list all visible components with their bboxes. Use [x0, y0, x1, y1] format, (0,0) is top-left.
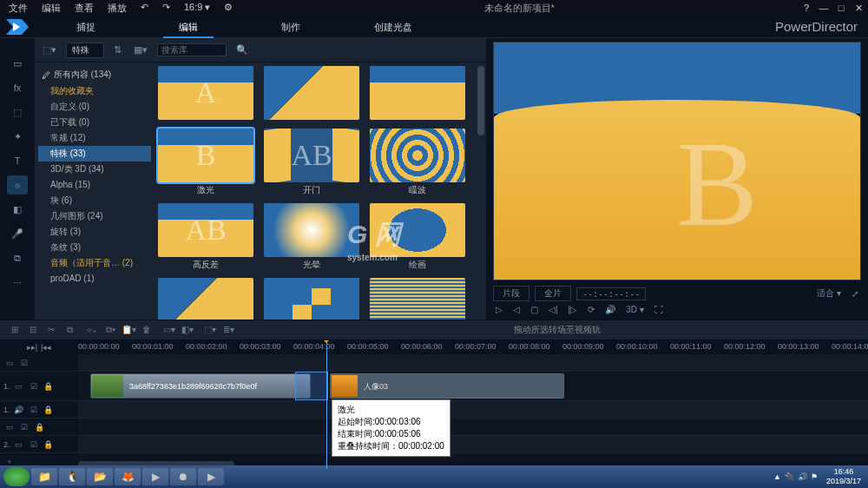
track-toggle-icon[interactable]: ☑ — [18, 421, 30, 433]
transition-thumb[interactable]: 光晕 — [264, 203, 359, 274]
tray-icon[interactable]: 🔌 — [785, 472, 794, 481]
tl-tool[interactable]: ◧▾ — [180, 323, 195, 337]
transition-thumb[interactable]: B激光 — [158, 129, 253, 200]
taskbar-app[interactable]: ▶ — [198, 468, 224, 485]
tab-edit[interactable]: 编辑 — [137, 16, 240, 38]
track-lane[interactable] — [78, 354, 868, 371]
next-marker-icon[interactable]: ▸▸| — [27, 343, 37, 352]
search-input[interactable] — [157, 43, 227, 56]
tray-icon[interactable]: 🔊 — [798, 472, 807, 481]
taskbar-app[interactable]: 📁 — [31, 468, 57, 485]
category-item[interactable]: 自定义 (0) — [38, 99, 151, 115]
playback-btn-6[interactable]: 🔊 — [602, 305, 618, 314]
tray-icon[interactable]: ⚑ — [811, 472, 818, 481]
track-toggle-icon[interactable]: ☑ — [18, 357, 30, 369]
menu-view[interactable]: 查看 — [69, 2, 99, 15]
clock[interactable]: 16:46 2019/3/17 — [823, 467, 865, 486]
category-item[interactable]: proDAD (1) — [38, 271, 151, 287]
tl-tool[interactable]: 📋▾ — [121, 323, 136, 337]
playback-btn-4[interactable]: |▷ — [566, 305, 581, 314]
category-item[interactable]: 几何图形 (24) — [38, 208, 151, 224]
category-item[interactable]: 已下载 (0) — [38, 115, 151, 130]
category-item[interactable]: 我的收藏夹 — [38, 83, 151, 99]
view-icon[interactable]: ▦▾ — [131, 44, 150, 56]
menu-play[interactable]: 播放 — [102, 2, 132, 15]
fit-dropdown[interactable]: 适合 ▾ — [814, 287, 844, 300]
help-button[interactable]: ? — [800, 3, 812, 14]
seg-clip[interactable]: 片段 — [493, 286, 529, 301]
category-item[interactable]: 3D/类 3D (34) — [38, 162, 151, 177]
menu-file[interactable]: 文件 — [3, 2, 33, 15]
close-button[interactable]: ✕ — [852, 3, 865, 14]
room-tool-1[interactable]: fx — [7, 78, 28, 97]
track-toggle-icon[interactable]: 🔒 — [43, 404, 55, 416]
track-lane[interactable] — [78, 401, 868, 418]
track-toggle-icon[interactable]: 🔊 — [13, 404, 25, 416]
tl-tool[interactable]: ≣▾ — [220, 323, 236, 337]
tl-tool[interactable]: 🗑 — [139, 323, 155, 337]
category-item[interactable]: 常规 (12) — [38, 130, 151, 146]
tray-icon[interactable]: ▲ — [773, 472, 781, 481]
settings-icon[interactable]: ⚙ — [219, 2, 238, 15]
start-button[interactable] — [3, 467, 30, 486]
playback-btn-0[interactable]: ▷ — [493, 305, 505, 314]
room-tool-6[interactable]: ◧ — [7, 200, 28, 219]
category-item[interactable]: 块 (6) — [38, 193, 151, 208]
playback-btn-7[interactable]: 3D ▾ — [623, 305, 647, 314]
timecode[interactable]: --:--:--:-- — [576, 287, 646, 300]
transition-thumb[interactable]: 风车 — [264, 278, 359, 320]
category-dropdown[interactable]: 特殊 — [66, 43, 104, 58]
tab-createdisc[interactable]: 创建光盘 — [342, 16, 444, 38]
room-tool-3[interactable]: ✦ — [7, 127, 28, 146]
room-tool-9[interactable]: ··· — [7, 273, 28, 292]
category-all[interactable]: 🖉 所有内容 (134) — [38, 66, 151, 83]
seg-movie[interactable]: 全片 — [535, 286, 571, 301]
room-tool-0[interactable]: ▭ — [7, 54, 28, 73]
scrollbar-vertical[interactable] — [477, 66, 484, 135]
prev-marker-icon[interactable]: |◂◂ — [41, 343, 51, 352]
redo-icon[interactable]: ↷ — [157, 2, 175, 15]
playback-btn-2[interactable]: ▢ — [528, 305, 541, 314]
track-toggle-icon[interactable]: ▭ — [3, 421, 16, 433]
menu-edit[interactable]: 编辑 — [36, 2, 66, 15]
room-tool-8[interactable]: ⧉ — [7, 248, 28, 267]
room-tool-7[interactable]: 🎤 — [7, 224, 28, 243]
room-tool-5[interactable]: ⟐ — [7, 175, 28, 195]
tl-tool[interactable]: ⬚▾ — [202, 323, 218, 337]
video-clip[interactable]: 人像03 — [330, 373, 564, 399]
undock-icon[interactable]: ⤢ — [849, 289, 861, 299]
track-toggle-icon[interactable]: ☑ — [28, 380, 40, 392]
track-toggle-icon[interactable]: ▭ — [13, 380, 25, 392]
tab-produce[interactable]: 制作 — [240, 16, 342, 38]
tl-tool[interactable]: ⟐▾ — [84, 323, 100, 337]
sort-icon[interactable]: ⇅ — [111, 44, 124, 56]
transition-thumb[interactable]: 干扰 — [370, 278, 465, 320]
tl-tool[interactable]: ⧉ — [62, 323, 77, 337]
transition-thumb[interactable]: 瞳波 — [370, 129, 465, 200]
playhead[interactable] — [326, 340, 327, 469]
tl-tool[interactable]: ✂ — [43, 323, 59, 337]
tab-capture[interactable]: 捕捉 — [35, 16, 137, 38]
playback-btn-8[interactable]: ⛶ — [652, 305, 666, 314]
transition-marker[interactable] — [295, 372, 328, 400]
taskbar-app[interactable]: ▶ — [142, 468, 168, 485]
transition-thumb[interactable] — [264, 66, 359, 125]
category-item[interactable]: Alpha (15) — [38, 177, 151, 193]
maximize-button[interactable]: □ — [835, 3, 847, 14]
playback-btn-1[interactable]: ◁ — [510, 305, 523, 314]
aspect-dropdown[interactable]: 16:9 ▾ — [179, 2, 215, 15]
transition-thumb[interactable] — [370, 66, 465, 125]
video-clip[interactable]: 3a68ff27363e1b289f69628c7b7f0e0f — [90, 373, 311, 399]
playback-btn-3[interactable]: ◁| — [546, 305, 561, 314]
room-tool-2[interactable]: ⬚ — [7, 102, 28, 122]
track-toggle-icon[interactable]: ☑ — [28, 439, 40, 451]
undo-icon[interactable]: ↶ — [135, 2, 154, 15]
playback-btn-5[interactable]: ⟳ — [585, 305, 597, 314]
search-icon[interactable]: 🔍 — [233, 44, 251, 56]
track-lane[interactable] — [78, 436, 868, 452]
category-item[interactable]: 条纹 (3) — [38, 240, 151, 255]
track-toggle-icon[interactable]: 🔒 — [33, 421, 45, 433]
transition-thumb[interactable]: 分色 — [158, 278, 253, 320]
tl-tool[interactable]: ⊟ — [25, 323, 41, 337]
preview-canvas[interactable]: B — [493, 42, 861, 280]
